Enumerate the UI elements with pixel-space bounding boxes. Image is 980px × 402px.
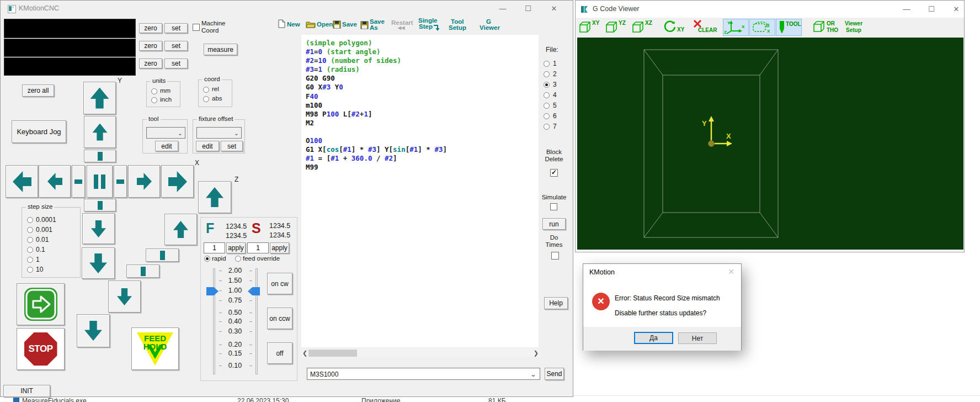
rapid-radio[interactable] [204,256,210,262]
viewer-setup-button[interactable]: Viewer Setup [845,20,870,35]
minimize-button[interactable]: — [898,3,915,14]
measure-button[interactable]: measure [204,44,237,55]
scroll-thumb[interactable] [308,350,357,357]
ortho-button[interactable]: OR THO [812,19,840,36]
spindle-slider-track[interactable] [255,268,258,374]
tool-setup-button[interactable]: Tool Setup [449,18,472,33]
dialog-no-button[interactable]: Нет [678,332,717,344]
fixture-set-button[interactable]: set [221,141,243,151]
jog-z-plus-slow-button[interactable] [164,214,197,245]
view-xy-button[interactable]: XY [578,20,601,35]
jog-x-minus-step-button[interactable] [72,165,85,198]
jog-x-minus-fast-button[interactable] [6,165,38,198]
units-mm-radio[interactable] [151,88,157,94]
minimize-button[interactable]: — [494,3,511,14]
jog-x-minus-slow-button[interactable] [39,165,71,198]
toggle-tool-button[interactable]: TOOL [776,19,802,36]
jog-y-minus-step-button[interactable] [84,199,116,211]
feed-slider-thumb[interactable] [206,287,219,295]
jog-y-minus-fast-button[interactable] [82,247,115,279]
fixture-edit-button[interactable]: edit [196,141,219,151]
toggle-box-button[interactable]: B X [749,19,775,36]
viewer-title-bar[interactable]: G Code Viewer — ☐ ✕ [576,1,964,18]
jog-z-minus-step-button[interactable] [126,265,159,278]
mdi-combo[interactable]: M3S1000 ⌄ [307,368,540,380]
dialog-title-bar[interactable]: KMotion ✕ [583,264,741,279]
maximize-button[interactable]: ☐ [923,3,940,14]
step-size-radio-1[interactable] [27,257,33,263]
clear-button[interactable]: CLEAR [693,19,720,36]
spindle-on-ccw-button[interactable]: on ccw [267,308,292,329]
spindle-override-input[interactable] [247,242,269,253]
zero-y-button[interactable]: zero [139,41,162,51]
feed-slider-track[interactable] [213,268,215,374]
view-xz-button[interactable]: XZ [631,20,654,35]
tool-select[interactable]: ⌄ [146,127,185,139]
feed-override-radio[interactable] [235,256,241,262]
dialog-close-icon[interactable]: ✕ [728,267,734,276]
file-radio-2[interactable] [544,71,550,77]
feed-override-input[interactable] [204,242,225,253]
set-x-button[interactable]: set [164,23,188,33]
single-step-button[interactable]: Single Step [418,17,445,33]
step-size-radio-0.0001[interactable] [27,217,33,223]
save-button[interactable]: Save [333,19,363,31]
stop-button[interactable]: STOP [17,328,65,370]
chevron-down-icon[interactable]: ⌄ [530,370,536,378]
coord-abs-radio[interactable] [203,96,209,102]
jog-x-plus-fast-button[interactable] [161,165,194,198]
mdi-send-button[interactable]: Send [545,368,564,380]
kmotioncnc-title-bar[interactable]: KMotionCNC — ☐ ✕ [1,1,573,16]
close-button[interactable]: ✕ [948,3,965,14]
jog-z-minus-slow-button[interactable] [108,281,141,313]
step-size-radio-0.1[interactable] [27,247,33,253]
zero-all-button[interactable]: zero all [22,84,54,97]
dialog-yes-button[interactable]: Да [634,332,673,344]
run-button[interactable]: run [542,218,566,230]
zero-x-button[interactable]: zero [139,23,162,33]
close-button[interactable]: ✕ [546,3,562,14]
step-size-radio-0.001[interactable] [27,227,33,233]
machine-coord-checkbox[interactable] [193,24,200,31]
toggle-axes-button[interactable]: Y X Z [723,19,749,36]
jog-y-plus-fast-button[interactable] [83,82,116,114]
jog-x-plus-slow-button[interactable] [128,165,160,198]
spindle-off-button[interactable]: off [267,342,292,364]
jog-pause-button[interactable] [87,165,113,198]
spindle-apply-button[interactable]: apply [270,242,289,253]
gcode-editor[interactable]: (simple polygon)#1=0 (start angle)#2=10 … [301,35,539,347]
jog-z-plus-fast-button[interactable] [198,181,231,213]
jog-y-plus-step-button[interactable] [84,150,116,162]
feed-hold-button[interactable]: FEED HOLD [131,327,179,370]
keyboard-jog-button[interactable]: Keyboard Jog [12,120,66,143]
new-file-button[interactable]: New [278,19,306,31]
step-size-radio-0.01[interactable] [27,237,33,243]
maximize-button[interactable]: ☐ [520,3,536,14]
set-z-button[interactable]: set [164,59,188,68]
view-yz-button[interactable]: YZ [605,20,628,35]
jog-x-plus-step-button[interactable] [114,165,127,198]
restart-button[interactable]: Restart ◀◀ [391,18,418,33]
rotate-xy-button[interactable]: XY [663,20,686,35]
help-button[interactable]: Help [544,297,568,309]
file-radio-5[interactable] [544,103,550,109]
step-size-radio-10[interactable] [27,267,33,273]
feed-apply-button[interactable]: apply [226,242,246,253]
coord-rel-radio[interactable] [203,87,209,93]
block-delete-checkbox[interactable]: ✓ [550,169,558,177]
jog-y-minus-slow-button[interactable] [82,213,115,244]
g-viewer-button[interactable]: G Viewer [480,18,503,33]
save-as-button[interactable]: Save As [360,18,391,33]
cycle-start-button[interactable] [17,283,65,325]
jog-y-plus-slow-button[interactable] [84,116,116,148]
units-inch-radio[interactable] [151,97,157,103]
set-y-button[interactable]: set [164,41,188,51]
spindle-on-cw-button[interactable]: on cw [267,273,292,294]
file-radio-1[interactable] [544,61,550,67]
file-radio-7[interactable] [544,124,550,130]
explorer-file-name[interactable]: MeasureFiducials.exe [22,397,87,402]
viewer-viewport[interactable]: Y X [577,38,963,250]
scroll-left-icon[interactable]: ❮ [302,350,307,357]
file-radio-3[interactable] [544,82,550,88]
spindle-slider-thumb[interactable] [248,287,260,295]
